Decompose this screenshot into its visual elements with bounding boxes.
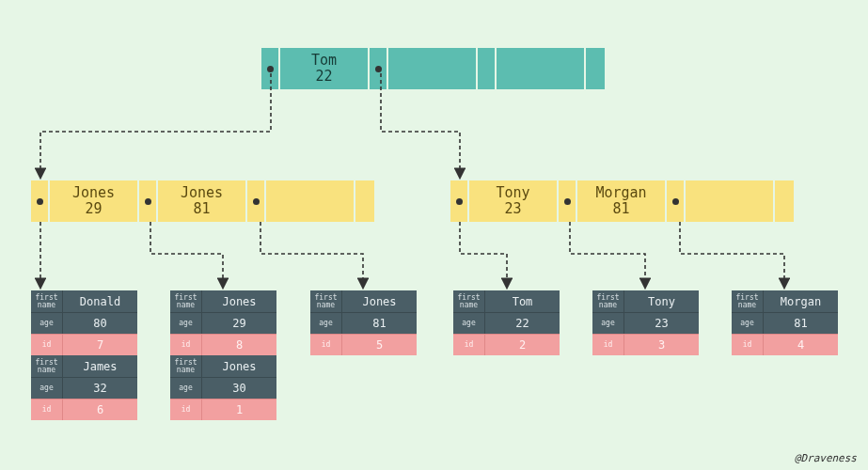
right-ptr-2 [667,180,686,222]
label-age: age [732,313,764,334]
r1b-first-name: James [63,355,137,377]
r1a-id: 7 [63,335,137,355]
root-ptr-2 [478,48,497,89]
record-6: first nameMorgan age81 id4 [732,290,838,355]
r1a-age: 80 [63,313,137,334]
label-id: id [170,400,202,420]
left-key-0-value: 29 [85,201,102,217]
label-age: age [170,378,202,399]
label-first-name: first name [310,290,342,312]
right-key-0-value: 23 [504,201,521,217]
label-first-name: first name [453,290,485,312]
left-key-1: Jones 81 [158,180,247,222]
credit-text: @Draveness [795,452,857,464]
label-id: id [310,335,342,355]
btree-left-node: Jones 29 Jones 81 [31,180,374,222]
label-id: id [31,335,63,355]
left-ptr-3 [355,180,374,222]
right-key-1-name: Morgan [595,185,646,201]
label-first-name: first name [170,355,202,377]
right-key-1: Morgan 81 [577,180,667,222]
left-ptr-1 [139,180,158,222]
label-first-name: first name [592,290,624,312]
right-key-2-empty [686,180,775,222]
root-key-0-value: 22 [315,69,332,85]
left-key-1-value: 81 [193,201,210,217]
r4-id: 2 [485,335,560,355]
btree-right-node: Tony 23 Morgan 81 [450,180,794,222]
label-first-name: first name [170,290,202,312]
right-key-0-name: Tony [496,185,529,201]
left-ptr-2 [247,180,266,222]
label-id: id [31,400,63,420]
record-1a: first nameDonald age80 id7 [31,290,137,355]
label-first-name: first name [31,355,63,377]
right-ptr-0 [450,180,469,222]
r3-first-name: Jones [342,290,417,312]
root-key-1-empty [388,48,478,89]
r3-age: 81 [342,313,417,334]
r4-age: 22 [485,313,560,334]
record-5: first nameTony age23 id3 [592,290,699,355]
r1b-age: 32 [63,378,137,399]
label-id: id [453,335,485,355]
label-age: age [592,313,624,334]
btree-root-node: Tom 22 [261,48,605,89]
label-age: age [170,313,202,334]
r2a-age: 29 [202,313,276,334]
left-key-2-empty [266,180,355,222]
r2a-first-name: Jones [202,290,276,312]
left-key-0: Jones 29 [50,180,139,222]
left-key-1-name: Jones [181,185,223,201]
label-first-name: first name [732,290,764,312]
label-age: age [31,313,63,334]
root-ptr-0 [261,48,280,89]
r5-first-name: Tony [624,290,699,312]
label-age: age [453,313,485,334]
right-ptr-3 [775,180,794,222]
left-ptr-0 [31,180,50,222]
r3-id: 5 [342,335,417,355]
label-id: id [732,335,764,355]
record-3: first nameJones age81 id5 [310,290,417,355]
record-4: first nameTom age22 id2 [453,290,560,355]
r1b-id: 6 [63,400,137,420]
root-ptr-1 [370,48,388,89]
label-id: id [592,335,624,355]
r2b-first-name: Jones [202,355,276,377]
label-age: age [31,378,63,399]
label-age: age [310,313,342,334]
root-key-0-name: Tom [311,53,337,69]
r5-id: 3 [624,335,699,355]
root-key-0: Tom 22 [280,48,370,89]
right-key-1-value: 81 [612,201,629,217]
root-key-2-empty [497,48,586,89]
r2b-age: 30 [202,378,276,399]
label-first-name: first name [31,290,63,312]
right-key-0: Tony 23 [469,180,559,222]
root-ptr-3 [586,48,605,89]
r1a-first-name: Donald [63,290,137,312]
right-ptr-1 [559,180,577,222]
r6-age: 81 [764,313,838,334]
r6-id: 4 [764,335,838,355]
record-2a: first nameJones age29 id8 [170,290,276,355]
record-1b: first nameJames age32 id6 [31,355,137,420]
r2a-id: 8 [202,335,276,355]
left-key-0-name: Jones [72,185,115,201]
r2b-id: 1 [202,400,276,420]
r5-age: 23 [624,313,699,334]
r4-first-name: Tom [485,290,560,312]
label-id: id [170,335,202,355]
r6-first-name: Morgan [764,290,838,312]
record-2b: first nameJones age30 id1 [170,355,276,420]
